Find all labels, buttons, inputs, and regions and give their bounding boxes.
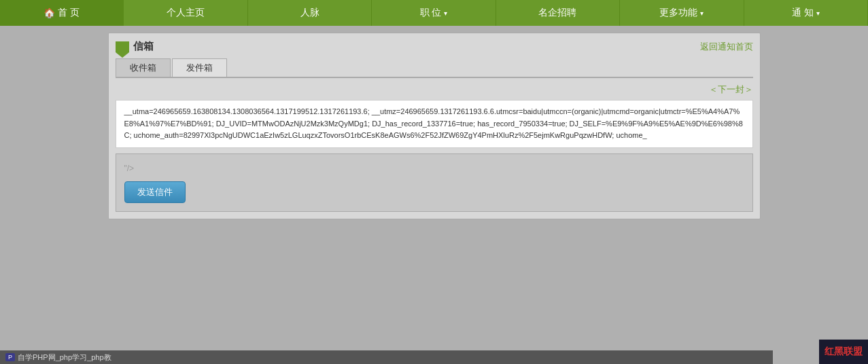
nav-label-more: 更多功能 <box>659 7 697 19</box>
inbox-icon <box>116 41 129 52</box>
more-dropdown-arrow: ▾ <box>700 10 704 17</box>
footer-logo: 红黑联盟 <box>819 340 868 364</box>
inbox-title: 信箱 <box>116 40 154 53</box>
close-tag: "/> <box>124 161 744 176</box>
nav-item-network[interactable]: 人脉 <box>248 0 372 26</box>
nav-label-network: 人脉 <box>300 7 319 19</box>
tab-inbox[interactable]: 收件箱 <box>116 58 171 77</box>
content-panel: 信箱 返回通知首页 收件箱 发件箱 ＜下一封＞ __utma=246965659… <box>108 33 761 219</box>
jobs-dropdown-arrow: ▾ <box>444 10 447 17</box>
home-icon: 🏠 <box>44 7 55 18</box>
nav-label-home: 首 页 <box>58 7 80 19</box>
nav-label-recruit: 名企招聘 <box>538 7 576 19</box>
inbox-title-text: 信箱 <box>133 40 154 53</box>
tab-outbox[interactable]: 发件箱 <box>172 58 227 77</box>
nav-item-notify[interactable]: 通 知 ▾ <box>744 0 868 26</box>
nav-item-jobs[interactable]: 职 位 ▾ <box>372 0 496 26</box>
nav-bar: 🏠 首 页 个人主页 人脉 职 位 ▾ 名企招聘 更多功能 ▾ 通 知 ▾ <box>0 0 868 26</box>
inbox-tabs: 收件箱 发件箱 <box>116 58 753 78</box>
notify-dropdown-arrow: ▾ <box>816 10 820 17</box>
cookie-display: __utma=246965659.163808134.1308036564.13… <box>116 100 753 148</box>
nav-label-notify: 通 知 <box>792 7 814 19</box>
nav-item-home[interactable]: 🏠 首 页 <box>0 0 124 26</box>
nav-item-profile[interactable]: 个人主页 <box>124 0 247 26</box>
logo-red-text: 红黑联盟 <box>824 346 863 358</box>
footer-php-text: 自学PHP网_php学习_php教 <box>18 352 111 363</box>
php-icon: P <box>5 353 15 361</box>
next-mail-link[interactable]: ＜下一封＞ <box>116 84 753 96</box>
send-button[interactable]: 发送信件 <box>124 181 186 203</box>
compose-area: "/> 发送信件 <box>116 153 753 212</box>
nav-item-recruit[interactable]: 名企招聘 <box>496 0 620 26</box>
nav-label-jobs: 职 位 <box>420 7 442 19</box>
nav-label-profile: 个人主页 <box>167 7 205 19</box>
inbox-header: 信箱 返回通知首页 <box>116 40 753 53</box>
footer-php-bar: P 自学PHP网_php学习_php教 <box>0 350 773 364</box>
nav-item-more[interactable]: 更多功能 ▾ <box>620 0 744 26</box>
return-link[interactable]: 返回通知首页 <box>700 41 753 53</box>
main-area: 信箱 返回通知首页 收件箱 发件箱 ＜下一封＞ __utma=246965659… <box>0 26 868 364</box>
